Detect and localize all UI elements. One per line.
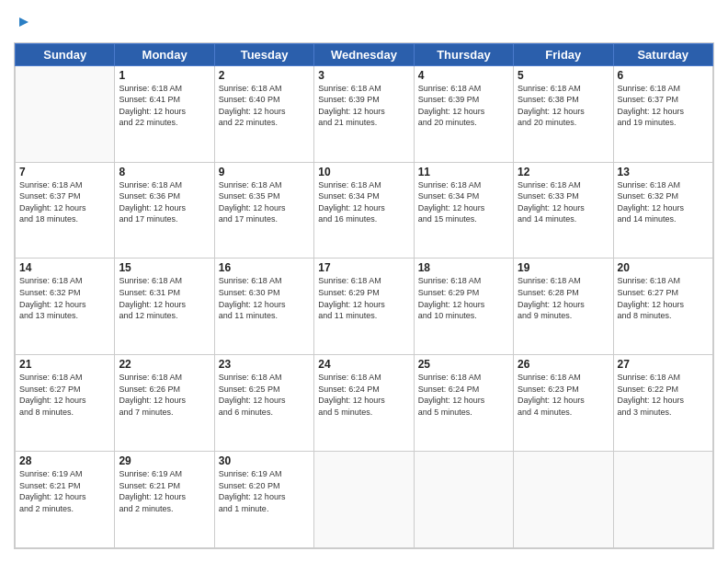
cal-cell bbox=[414, 452, 513, 548]
cal-cell: 11Sunrise: 6:18 AM Sunset: 6:34 PM Dayli… bbox=[414, 162, 513, 259]
cal-cell: 18Sunrise: 6:18 AM Sunset: 6:29 PM Dayli… bbox=[414, 259, 513, 355]
cal-cell: 13Sunrise: 6:18 AM Sunset: 6:32 PM Dayli… bbox=[613, 162, 712, 259]
cell-info: Sunrise: 6:18 AM Sunset: 6:38 PM Dayligh… bbox=[518, 83, 609, 129]
day-number: 5 bbox=[518, 69, 609, 82]
cell-info: Sunrise: 6:18 AM Sunset: 6:28 PM Dayligh… bbox=[518, 275, 609, 321]
cal-cell: 16Sunrise: 6:18 AM Sunset: 6:30 PM Dayli… bbox=[214, 259, 313, 355]
cal-cell: 17Sunrise: 6:18 AM Sunset: 6:29 PM Dayli… bbox=[314, 259, 414, 355]
day-number: 13 bbox=[618, 166, 709, 178]
day-number: 19 bbox=[518, 261, 609, 274]
weekday-header-wednesday: Wednesday bbox=[314, 43, 414, 65]
cal-cell: 29Sunrise: 6:19 AM Sunset: 6:21 PM Dayli… bbox=[115, 452, 214, 548]
cal-cell: 15Sunrise: 6:18 AM Sunset: 6:31 PM Dayli… bbox=[115, 259, 214, 355]
cell-info: Sunrise: 6:18 AM Sunset: 6:41 PM Dayligh… bbox=[119, 83, 210, 129]
cell-info: Sunrise: 6:18 AM Sunset: 6:40 PM Dayligh… bbox=[219, 83, 310, 129]
cell-info: Sunrise: 6:18 AM Sunset: 6:23 PM Dayligh… bbox=[518, 372, 609, 418]
cal-cell: 10Sunrise: 6:18 AM Sunset: 6:34 PM Dayli… bbox=[314, 162, 414, 259]
cell-info: Sunrise: 6:19 AM Sunset: 6:21 PM Dayligh… bbox=[119, 468, 210, 514]
cal-cell: 25Sunrise: 6:18 AM Sunset: 6:24 PM Dayli… bbox=[414, 355, 513, 452]
cell-info: Sunrise: 6:18 AM Sunset: 6:29 PM Dayligh… bbox=[318, 275, 409, 321]
day-number: 27 bbox=[618, 358, 709, 371]
cell-info: Sunrise: 6:19 AM Sunset: 6:21 PM Dayligh… bbox=[19, 468, 110, 514]
cal-cell: 22Sunrise: 6:18 AM Sunset: 6:26 PM Dayli… bbox=[115, 355, 214, 452]
cell-info: Sunrise: 6:18 AM Sunset: 6:22 PM Dayligh… bbox=[618, 372, 709, 418]
cell-info: Sunrise: 6:18 AM Sunset: 6:33 PM Dayligh… bbox=[518, 179, 609, 225]
day-number: 8 bbox=[119, 166, 210, 178]
day-number: 1 bbox=[119, 69, 210, 82]
cell-info: Sunrise: 6:18 AM Sunset: 6:39 PM Dayligh… bbox=[318, 83, 409, 129]
cell-info: Sunrise: 6:18 AM Sunset: 6:32 PM Dayligh… bbox=[618, 179, 709, 225]
day-number: 23 bbox=[219, 358, 310, 371]
calendar: SundayMondayTuesdayWednesdayThursdayFrid… bbox=[14, 42, 714, 549]
cal-cell: 3Sunrise: 6:18 AM Sunset: 6:39 PM Daylig… bbox=[314, 65, 414, 162]
cell-info: Sunrise: 6:18 AM Sunset: 6:31 PM Dayligh… bbox=[119, 275, 210, 321]
cal-cell: 21Sunrise: 6:18 AM Sunset: 6:27 PM Dayli… bbox=[16, 355, 115, 452]
cal-cell bbox=[16, 65, 115, 162]
cell-info: Sunrise: 6:18 AM Sunset: 6:39 PM Dayligh… bbox=[418, 83, 509, 129]
cal-cell: 8Sunrise: 6:18 AM Sunset: 6:36 PM Daylig… bbox=[115, 162, 214, 259]
svg-marker-0 bbox=[19, 17, 28, 27]
cell-info: Sunrise: 6:18 AM Sunset: 6:25 PM Dayligh… bbox=[219, 372, 310, 418]
weekday-header-friday: Friday bbox=[514, 43, 613, 65]
day-number: 18 bbox=[418, 261, 509, 274]
cell-info: Sunrise: 6:18 AM Sunset: 6:35 PM Dayligh… bbox=[219, 179, 310, 225]
cal-cell bbox=[613, 452, 712, 548]
cell-info: Sunrise: 6:19 AM Sunset: 6:20 PM Dayligh… bbox=[219, 468, 310, 514]
cell-info: Sunrise: 6:18 AM Sunset: 6:34 PM Dayligh… bbox=[318, 179, 409, 225]
cell-info: Sunrise: 6:18 AM Sunset: 6:32 PM Dayligh… bbox=[19, 275, 110, 321]
cell-info: Sunrise: 6:18 AM Sunset: 6:27 PM Dayligh… bbox=[618, 275, 709, 321]
day-number: 15 bbox=[119, 261, 210, 274]
day-number: 4 bbox=[418, 69, 509, 82]
cal-cell: 30Sunrise: 6:19 AM Sunset: 6:20 PM Dayli… bbox=[214, 452, 313, 548]
day-number: 30 bbox=[219, 454, 310, 467]
cal-cell: 23Sunrise: 6:18 AM Sunset: 6:25 PM Dayli… bbox=[214, 355, 313, 452]
day-number: 11 bbox=[418, 166, 509, 178]
cell-info: Sunrise: 6:18 AM Sunset: 6:27 PM Dayligh… bbox=[19, 372, 110, 418]
day-number: 12 bbox=[518, 166, 609, 178]
day-number: 14 bbox=[19, 261, 110, 274]
day-number: 17 bbox=[318, 261, 409, 274]
day-number: 2 bbox=[219, 69, 310, 82]
day-number: 21 bbox=[19, 358, 110, 371]
weekday-header-tuesday: Tuesday bbox=[214, 43, 313, 65]
day-number: 9 bbox=[219, 166, 310, 178]
day-number: 26 bbox=[518, 358, 609, 371]
cell-info: Sunrise: 6:18 AM Sunset: 6:30 PM Dayligh… bbox=[219, 275, 310, 321]
day-number: 25 bbox=[418, 358, 509, 371]
cell-info: Sunrise: 6:18 AM Sunset: 6:29 PM Dayligh… bbox=[418, 275, 509, 321]
cal-cell: 2Sunrise: 6:18 AM Sunset: 6:40 PM Daylig… bbox=[214, 65, 313, 162]
cell-info: Sunrise: 6:18 AM Sunset: 6:24 PM Dayligh… bbox=[318, 372, 409, 418]
cal-cell: 9Sunrise: 6:18 AM Sunset: 6:35 PM Daylig… bbox=[214, 162, 313, 259]
cal-cell: 27Sunrise: 6:18 AM Sunset: 6:22 PM Dayli… bbox=[613, 355, 712, 452]
cell-info: Sunrise: 6:18 AM Sunset: 6:24 PM Dayligh… bbox=[418, 372, 509, 418]
cal-cell: 19Sunrise: 6:18 AM Sunset: 6:28 PM Dayli… bbox=[514, 259, 613, 355]
cell-info: Sunrise: 6:18 AM Sunset: 6:36 PM Dayligh… bbox=[119, 179, 210, 225]
day-number: 10 bbox=[318, 166, 409, 178]
cal-cell: 26Sunrise: 6:18 AM Sunset: 6:23 PM Dayli… bbox=[514, 355, 613, 452]
cell-info: Sunrise: 6:18 AM Sunset: 6:26 PM Dayligh… bbox=[119, 372, 210, 418]
cal-cell: 28Sunrise: 6:19 AM Sunset: 6:21 PM Dayli… bbox=[16, 452, 115, 548]
cal-cell bbox=[514, 452, 613, 548]
day-number: 16 bbox=[219, 261, 310, 274]
cell-info: Sunrise: 6:18 AM Sunset: 6:37 PM Dayligh… bbox=[19, 179, 110, 225]
day-number: 28 bbox=[19, 454, 110, 467]
cal-cell: 6Sunrise: 6:18 AM Sunset: 6:37 PM Daylig… bbox=[613, 65, 712, 162]
cal-cell: 24Sunrise: 6:18 AM Sunset: 6:24 PM Dayli… bbox=[314, 355, 414, 452]
day-number: 22 bbox=[119, 358, 210, 371]
weekday-header-saturday: Saturday bbox=[613, 43, 712, 65]
day-number: 24 bbox=[318, 358, 409, 371]
cal-cell: 1Sunrise: 6:18 AM Sunset: 6:41 PM Daylig… bbox=[115, 65, 214, 162]
logo-icon bbox=[16, 16, 28, 29]
logo-blue-text bbox=[14, 14, 28, 33]
cal-cell: 20Sunrise: 6:18 AM Sunset: 6:27 PM Dayli… bbox=[613, 259, 712, 355]
day-number: 6 bbox=[618, 69, 709, 82]
day-number: 7 bbox=[19, 166, 110, 178]
cell-info: Sunrise: 6:18 AM Sunset: 6:37 PM Dayligh… bbox=[618, 83, 709, 129]
weekday-header-thursday: Thursday bbox=[414, 43, 513, 65]
cal-cell: 4Sunrise: 6:18 AM Sunset: 6:39 PM Daylig… bbox=[414, 65, 513, 162]
cal-cell: 12Sunrise: 6:18 AM Sunset: 6:33 PM Dayli… bbox=[514, 162, 613, 259]
cal-cell: 7Sunrise: 6:18 AM Sunset: 6:37 PM Daylig… bbox=[16, 162, 115, 259]
logo bbox=[14, 14, 28, 33]
cal-cell bbox=[314, 452, 414, 548]
day-number: 3 bbox=[318, 69, 409, 82]
